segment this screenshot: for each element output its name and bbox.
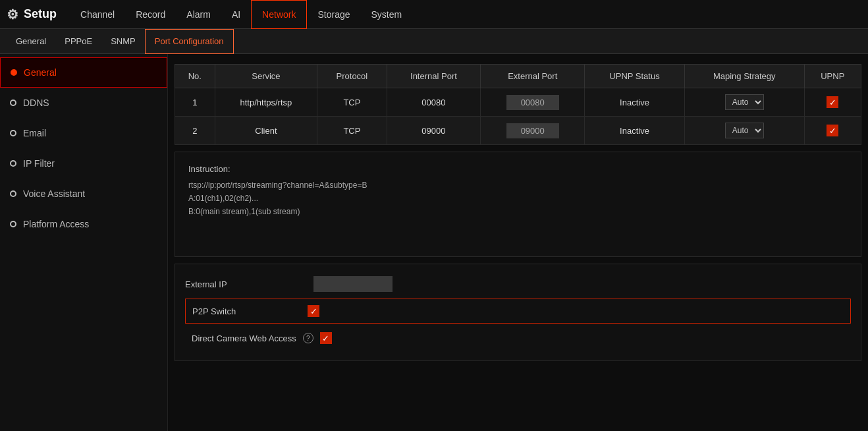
- row1-protocol: TCP: [317, 88, 387, 117]
- row1-internal-port: 00080: [387, 88, 481, 117]
- sidebar: General DDNS Email IP Filter Voice Assis…: [0, 54, 168, 431]
- col-service: Service: [215, 65, 317, 88]
- direct-camera-row: Direct Camera Web Access ? ✓: [185, 326, 851, 350]
- row1-upnp-check[interactable]: ✓: [804, 88, 861, 117]
- row2-external-port[interactable]: [481, 117, 585, 145]
- dot-icon: [10, 221, 16, 227]
- row2-no: 2: [175, 117, 215, 145]
- nav-alarm[interactable]: Alarm: [176, 0, 221, 29]
- app-title: Setup: [24, 7, 57, 21]
- p2p-switch-row: P2P Switch ✓: [185, 299, 851, 324]
- row2-service: Client: [215, 117, 317, 145]
- row2-upnp-checkbox[interactable]: ✓: [827, 125, 838, 136]
- subnav-pppoe[interactable]: PPPoE: [55, 29, 101, 54]
- gear-icon: ⚙: [7, 7, 18, 22]
- app-logo: ⚙ Setup: [7, 7, 57, 22]
- subnav-snmp[interactable]: SNMP: [101, 29, 145, 54]
- col-upnp-status: UPNP Status: [585, 65, 685, 88]
- col-mapping-strategy: Maping Strategy: [684, 65, 804, 88]
- instruction-line2: A:01(ch1),02(ch2)...: [188, 194, 848, 203]
- bottom-config: External IP P2P Switch ✓ Direct Camera W…: [175, 264, 861, 361]
- nav-record[interactable]: Record: [125, 0, 176, 29]
- row2-upnp-status: Inactive: [585, 117, 685, 145]
- row1-service: http/https/rtsp: [215, 88, 317, 117]
- sidebar-label-ip-filter: IP Filter: [23, 158, 55, 169]
- row1-upnp-checkbox[interactable]: ✓: [827, 96, 838, 108]
- sidebar-label-ddns: DDNS: [23, 98, 49, 108]
- row1-mapping[interactable]: Auto: [684, 88, 804, 117]
- external-ip-input[interactable]: [313, 276, 393, 292]
- dot-icon: [11, 69, 17, 76]
- sub-navigation: General PPPoE SNMP Port Configuration: [0, 29, 868, 54]
- p2p-switch-label: P2P Switch: [192, 306, 298, 316]
- dot-icon: [10, 160, 16, 167]
- col-no: No.: [175, 65, 215, 88]
- row2-upnp-check[interactable]: ✓: [804, 117, 861, 145]
- sidebar-label-email: Email: [23, 128, 46, 138]
- content-area: No. Service Protocol Internal Port Exter…: [168, 54, 868, 431]
- row1-external-port[interactable]: [481, 88, 585, 117]
- col-external-port: External Port: [481, 65, 585, 88]
- direct-camera-label: Direct Camera Web Access: [192, 333, 296, 343]
- table-row: 1 http/https/rtsp TCP 00080 Inactive Aut…: [175, 88, 861, 117]
- sidebar-item-ip-filter[interactable]: IP Filter: [0, 148, 167, 179]
- sidebar-label-voice-assistant: Voice Assistant: [23, 188, 85, 199]
- sidebar-item-email[interactable]: Email: [0, 118, 167, 148]
- row1-external-port-input[interactable]: [506, 95, 559, 110]
- top-navigation: ⚙ Setup Channel Record Alarm AI Network …: [0, 0, 868, 29]
- row2-mapping[interactable]: Auto: [684, 117, 804, 145]
- row2-mapping-select[interactable]: Auto: [725, 123, 764, 138]
- instruction-title: Instruction:: [188, 164, 848, 174]
- nav-storage[interactable]: Storage: [307, 0, 360, 29]
- direct-camera-checkbox[interactable]: ✓: [320, 332, 332, 344]
- col-upnp: UPNP: [804, 65, 861, 88]
- subnav-general[interactable]: General: [7, 29, 55, 54]
- p2p-switch-checkbox[interactable]: ✓: [308, 305, 319, 317]
- external-ip-label: External IP: [185, 279, 304, 289]
- nav-channel[interactable]: Channel: [70, 0, 125, 29]
- sidebar-item-voice-assistant[interactable]: Voice Assistant: [0, 179, 167, 209]
- sidebar-label-general: General: [24, 67, 57, 78]
- sidebar-label-platform-access: Platform Access: [23, 219, 89, 229]
- instruction-box: Instruction: rtsp://ip:port/rtsp/streami…: [175, 152, 861, 257]
- row1-no: 1: [175, 88, 215, 117]
- nav-network[interactable]: Network: [251, 0, 307, 29]
- sidebar-item-ddns[interactable]: DDNS: [0, 88, 167, 118]
- dot-icon: [10, 100, 16, 106]
- nav-system[interactable]: System: [361, 0, 413, 29]
- col-internal-port: Internal Port: [387, 65, 481, 88]
- row2-protocol: TCP: [317, 117, 387, 145]
- external-ip-row: External IP: [185, 272, 851, 296]
- row2-internal-port: 09000: [387, 117, 481, 145]
- row1-upnp-status: Inactive: [585, 88, 685, 117]
- port-table: No. Service Protocol Internal Port Exter…: [175, 64, 861, 145]
- dot-icon: [10, 190, 16, 197]
- instruction-line1: rtsp://ip:port/rtsp/streaming?channel=A&…: [188, 181, 848, 190]
- subnav-port-configuration[interactable]: Port Configuration: [145, 29, 234, 54]
- sidebar-item-platform-access[interactable]: Platform Access: [0, 209, 167, 239]
- table-row: 2 Client TCP 09000 Inactive Auto ✓: [175, 117, 861, 145]
- row2-external-port-input[interactable]: [506, 123, 559, 138]
- main-layout: General DDNS Email IP Filter Voice Assis…: [0, 54, 868, 431]
- nav-ai[interactable]: AI: [221, 0, 251, 29]
- sidebar-item-general[interactable]: General: [0, 57, 167, 88]
- help-icon[interactable]: ?: [303, 333, 313, 343]
- instruction-line3: B:0(main stream),1(sub stream): [188, 207, 848, 216]
- dot-icon: [10, 130, 16, 136]
- col-protocol: Protocol: [317, 65, 387, 88]
- row1-mapping-select[interactable]: Auto: [725, 94, 764, 110]
